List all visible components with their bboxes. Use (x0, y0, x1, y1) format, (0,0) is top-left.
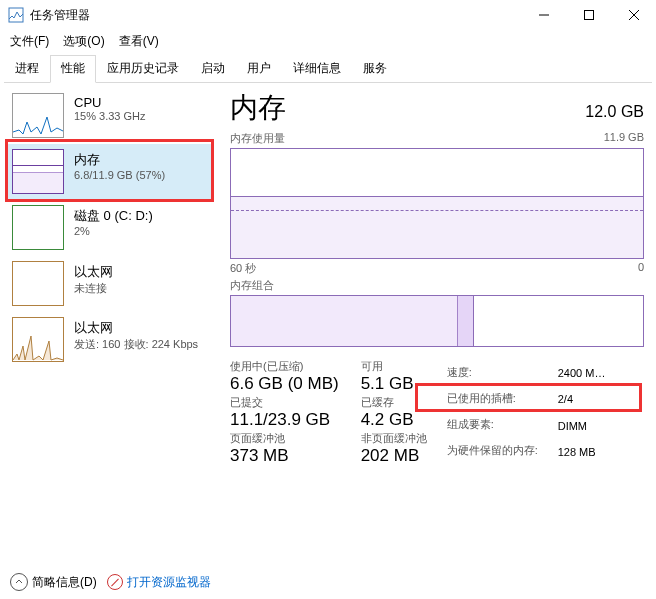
stat-nonpaged: 202 MB (361, 446, 427, 466)
stat-label: 可用 (361, 359, 427, 374)
sidebar-item-cpu[interactable]: CPU 15% 3.33 GHz (5, 88, 212, 144)
tab-app-history[interactable]: 应用历史记录 (96, 55, 190, 83)
stat-paged: 373 MB (230, 446, 339, 466)
detail-speed: 2400 M… (558, 361, 606, 385)
sidebar-item-label: 以太网 (74, 263, 113, 281)
menu-view[interactable]: 查看(V) (113, 31, 165, 52)
sidebar-item-sub: 6.8/11.9 GB (57%) (74, 169, 165, 181)
usage-graph-max: 11.9 GB (604, 131, 644, 146)
tab-users[interactable]: 用户 (236, 55, 282, 83)
memory-stats-grid: 使用中(已压缩) 6.6 GB (0 MB) 可用 5.1 GB 已提交 11.… (230, 359, 427, 466)
detail-label: 为硬件保留的内存: (447, 440, 556, 464)
tab-details[interactable]: 详细信息 (282, 55, 352, 83)
menu-bar: 文件(F) 选项(O) 查看(V) (0, 30, 656, 52)
memory-details-table: 速度:2400 M… 已使用的插槽:2/4 组成要素:DIMM 为硬件保留的内存… (445, 359, 608, 466)
sidebar-item-sub: 发送: 160 接收: 224 Kbps (74, 337, 198, 352)
footer-link-label: 打开资源监视器 (127, 574, 211, 591)
usage-graph-label: 内存使用量 (230, 131, 285, 146)
main-panel: 内存 12.0 GB 内存使用量 11.9 GB 60 秒 0 内存组合 使用中… (212, 83, 656, 531)
detail-slots: 2/4 (558, 387, 606, 411)
stat-label: 使用中(已压缩) (230, 359, 339, 374)
memory-usage-graph[interactable] (230, 148, 644, 259)
detail-reserved: 128 MB (558, 440, 606, 464)
tab-performance[interactable]: 性能 (50, 55, 96, 83)
detail-label: 速度: (447, 361, 556, 385)
sidebar-item-memory[interactable]: 内存 6.8/11.9 GB (57%) (5, 144, 212, 200)
page-title: 内存 (230, 89, 286, 127)
sidebar-item-sub: 未连接 (74, 281, 113, 296)
stat-available: 5.1 GB (361, 374, 427, 394)
graph-x-left: 60 秒 (230, 261, 256, 276)
sidebar-item-disk[interactable]: 磁盘 0 (C: D:) 2% (5, 200, 212, 256)
open-resource-monitor-link[interactable]: 打开资源监视器 (107, 574, 211, 591)
title-bar: 任务管理器 (0, 0, 656, 30)
stat-label: 页面缓冲池 (230, 431, 339, 446)
sidebar-item-label: 磁盘 0 (C: D:) (74, 207, 153, 225)
sidebar-item-sub: 2% (74, 225, 153, 237)
close-button[interactable] (611, 1, 656, 29)
resource-monitor-icon (107, 574, 123, 590)
sidebar-item-ethernet-1[interactable]: 以太网 未连接 (5, 256, 212, 312)
stat-label: 非页面缓冲池 (361, 431, 427, 446)
minimize-button[interactable] (521, 1, 566, 29)
stat-cached: 4.2 GB (361, 410, 427, 430)
maximize-button[interactable] (566, 1, 611, 29)
tab-services[interactable]: 服务 (352, 55, 398, 83)
memory-composition-graph[interactable] (230, 295, 644, 347)
composition-label: 内存组合 (230, 278, 274, 293)
sidebar-item-label: 以太网 (74, 319, 198, 337)
stat-label: 已缓存 (361, 395, 427, 410)
tab-startup[interactable]: 启动 (190, 55, 236, 83)
memory-sparkline-icon (12, 149, 64, 194)
sidebar-item-ethernet-2[interactable]: 以太网 发送: 160 接收: 224 Kbps (5, 312, 212, 368)
stat-committed: 11.1/23.9 GB (230, 410, 339, 430)
detail-label: 已使用的插槽: (447, 387, 556, 411)
sidebar: CPU 15% 3.33 GHz 内存 6.8/11.9 GB (57%) 磁盘… (0, 83, 212, 531)
sidebar-item-label: 内存 (74, 151, 165, 169)
tab-processes[interactable]: 进程 (4, 55, 50, 83)
cpu-sparkline-icon (12, 93, 64, 138)
stat-label: 已提交 (230, 395, 339, 410)
detail-form: DIMM (558, 414, 606, 438)
memory-total: 12.0 GB (585, 103, 644, 121)
ethernet-sparkline-icon (12, 261, 64, 306)
sidebar-item-sub: 15% 3.33 GHz (74, 110, 146, 122)
content: CPU 15% 3.33 GHz 内存 6.8/11.9 GB (57%) 磁盘… (0, 83, 656, 531)
detail-label: 组成要素: (447, 414, 556, 438)
sidebar-item-label: CPU (74, 95, 146, 110)
tabs-bar: 进程 性能 应用历史记录 启动 用户 详细信息 服务 (4, 54, 652, 83)
svg-rect-2 (584, 11, 593, 20)
app-icon (8, 7, 24, 23)
disk-sparkline-icon (12, 205, 64, 250)
chevron-up-icon (10, 573, 28, 591)
menu-file[interactable]: 文件(F) (4, 31, 55, 52)
stat-in-use: 6.6 GB (0 MB) (230, 374, 339, 394)
footer: 简略信息(D) 打开资源监视器 (10, 573, 211, 591)
graph-x-right: 0 (638, 261, 644, 276)
footer-label: 简略信息(D) (32, 574, 97, 591)
window-title: 任务管理器 (30, 7, 521, 24)
fewer-details-button[interactable]: 简略信息(D) (10, 573, 97, 591)
menu-options[interactable]: 选项(O) (57, 31, 110, 52)
ethernet-sparkline-icon (12, 317, 64, 362)
window-controls (521, 1, 656, 29)
